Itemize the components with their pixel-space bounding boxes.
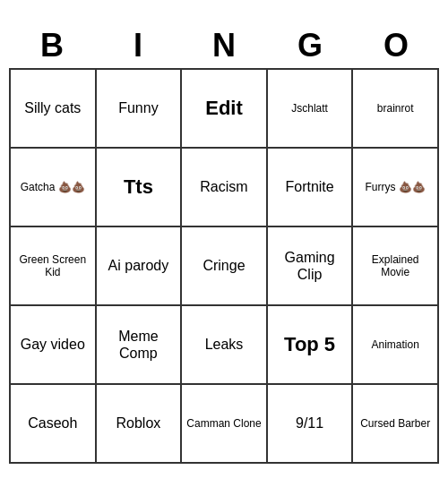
- bingo-cell-r2-c4: Explained Movie: [353, 227, 439, 306]
- bingo-cell-r0-c1: Funny: [97, 70, 183, 149]
- bingo-cell-r2-c3: Gaming Clip: [268, 227, 354, 306]
- header-letter-b: B: [9, 23, 95, 68]
- bingo-cell-r0-c2: Edit: [182, 70, 268, 149]
- bingo-cell-r1-c4: Furrys 💩💩: [353, 149, 439, 227]
- bingo-cell-r3-c4: Animation: [353, 306, 439, 385]
- bingo-cell-r3-c0: Gay video: [11, 306, 97, 385]
- bingo-cell-r2-c0: Green Screen Kid: [11, 227, 97, 306]
- bingo-cell-r4-c0: Caseoh: [11, 385, 97, 464]
- bingo-header: BINGO: [9, 23, 439, 68]
- bingo-cell-r0-c3: Jschlatt: [268, 70, 354, 149]
- bingo-cell-r2-c2: Cringe: [182, 227, 268, 306]
- bingo-cell-r0-c4: brainrot: [353, 70, 439, 149]
- bingo-cell-r1-c3: Fortnite: [268, 149, 354, 227]
- header-letter-i: I: [95, 23, 181, 68]
- header-letter-g: G: [267, 23, 353, 68]
- bingo-cell-r3-c2: Leaks: [182, 306, 268, 385]
- bingo-card: BINGO Silly catsFunnyEditJschlattbrainro…: [9, 23, 439, 464]
- bingo-cell-r1-c1: Tts: [97, 149, 183, 227]
- bingo-cell-r1-c0: Gatcha 💩💩: [11, 149, 97, 227]
- header-letter-o: O: [353, 23, 439, 68]
- bingo-cell-r3-c1: Meme Comp: [97, 306, 183, 385]
- header-letter-n: N: [181, 23, 267, 68]
- bingo-cell-r1-c2: Racism: [182, 149, 268, 227]
- bingo-cell-r4-c3: 9/11: [268, 385, 354, 464]
- bingo-cell-r0-c0: Silly cats: [11, 70, 97, 149]
- bingo-cell-r2-c1: Ai parody: [97, 227, 183, 306]
- bingo-cell-r4-c2: Camman Clone: [182, 385, 268, 464]
- bingo-cell-r4-c1: Roblox: [97, 385, 183, 464]
- bingo-cell-r4-c4: Cursed Barber: [353, 385, 439, 464]
- bingo-grid: Silly catsFunnyEditJschlattbrainrotGatch…: [9, 68, 439, 464]
- bingo-cell-r3-c3: Top 5: [268, 306, 354, 385]
